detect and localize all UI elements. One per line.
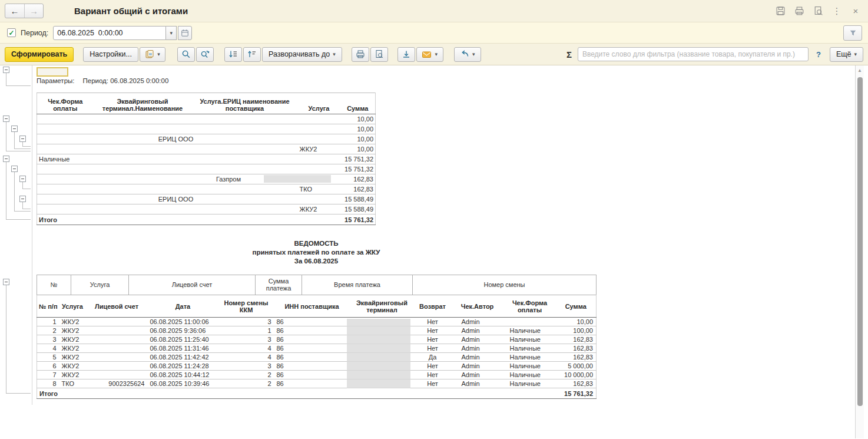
printer-icon <box>794 6 804 16</box>
expand-to-label: Разворачивать до <box>269 50 330 58</box>
generate-button[interactable]: Сформировать <box>5 47 74 62</box>
group-toggle[interactable] <box>3 115 9 122</box>
group-toggle[interactable] <box>3 156 9 162</box>
group-header: Сумма платежа <box>256 275 302 295</box>
sum-indicator: Σ <box>566 49 572 60</box>
summary-row[interactable]: Наличные15 751,32 <box>37 154 376 164</box>
tree-line <box>22 209 31 209</box>
statement-row[interactable]: 6ЖКУ206.08.2025 11:24:28386НетAdminНалич… <box>37 362 597 371</box>
col-header: Чек.Форма оплаты <box>37 93 94 114</box>
back-button[interactable]: ← <box>5 4 24 18</box>
chevron-down-icon: ▾ <box>333 51 336 57</box>
more-button[interactable]: Ещё ▾ <box>830 47 863 62</box>
summary-row[interactable]: ЖКУ215 588,49 <box>37 204 376 214</box>
report-area: Параметры:Период: 06.08.2025 0:00:00 Чек… <box>0 65 868 438</box>
summary-total-row[interactable]: Итого15 761,32 <box>37 214 376 225</box>
col-header: Услуга <box>298 93 340 114</box>
vertical-scrollbar[interactable]: ▲ <box>855 65 864 438</box>
search-next-button[interactable] <box>196 47 214 62</box>
filter-input[interactable] <box>578 47 809 61</box>
statement-total-row[interactable]: Итого15 761,32 <box>37 388 597 399</box>
report-variants-button[interactable]: ▾ <box>140 47 165 62</box>
col-header: Эквайринговый терминал <box>350 295 415 318</box>
group-toggle[interactable] <box>11 126 18 132</box>
active-cell-cursor[interactable] <box>37 67 68 77</box>
period-checkbox[interactable]: ✓ <box>7 28 16 37</box>
scroll-up-arrow[interactable]: ▲ <box>857 68 862 73</box>
col-header: Услуга.ЕРИЦ наименование поставщика <box>192 93 298 114</box>
tree-line <box>6 151 31 151</box>
total-label: Итого <box>37 388 148 399</box>
col-header: Услуга <box>59 295 86 318</box>
summary-table: Чек.Форма оплаты Эквайринговый терминал.… <box>37 93 376 225</box>
statement-title: ВЕДОМОСТЬ принятых платежей по оплате за… <box>37 239 596 266</box>
doc-magnifier-icon <box>375 49 384 59</box>
tree-line <box>6 73 6 85</box>
group-toggle[interactable] <box>19 196 26 202</box>
calendar-icon <box>181 29 189 37</box>
tree-line <box>6 122 6 151</box>
back-arrow-icon: ← <box>11 6 19 16</box>
send-email-button[interactable]: ▾ <box>416 47 443 62</box>
expand-icon <box>247 49 257 59</box>
printer-icon <box>356 49 365 59</box>
summary-row[interactable]: 10,00 <box>37 114 376 124</box>
scrollbar-thumb[interactable] <box>857 77 863 406</box>
total-value: 15 761,32 <box>556 388 597 399</box>
reply-arrow-icon <box>460 49 469 59</box>
save-button[interactable] <box>774 5 787 18</box>
group-toggle[interactable] <box>3 67 9 73</box>
settings-button[interactable]: Настройки... <box>83 47 138 62</box>
toolbar-print-button[interactable] <box>352 47 369 62</box>
page-title: Вариант общий с итогами <box>74 6 188 16</box>
group-toggle[interactable] <box>19 136 26 142</box>
tree-line <box>22 189 31 189</box>
col-header: Эквайринговый терминал.Наименование <box>94 93 192 114</box>
summary-row[interactable]: ЖКУ210,00 <box>37 144 376 154</box>
close-button[interactable]: × <box>849 5 862 18</box>
variant-icon <box>145 49 154 59</box>
period-input[interactable] <box>53 26 166 40</box>
tree-line <box>14 148 31 149</box>
expand-groups-button[interactable] <box>243 47 261 62</box>
check-icon: ✓ <box>8 29 14 37</box>
group-toggle[interactable] <box>19 176 26 182</box>
statement-row[interactable]: 4ЖКУ206.08.2025 11:31:46486НетAdminНалич… <box>37 344 597 353</box>
summary-row[interactable]: ЕРИЦ ООО15 588,49 <box>37 194 376 204</box>
print-preview-button[interactable] <box>370 47 388 62</box>
col-header: Возврат <box>415 295 451 318</box>
summary-row[interactable]: 10,00 <box>37 124 376 134</box>
statement-row[interactable]: 7ЖКУ206.08.2025 10:44:12286НетAdminНалич… <box>37 371 597 379</box>
summary-row[interactable]: 15 751,32 <box>37 164 376 174</box>
period-calendar-button[interactable] <box>178 26 192 40</box>
search-button[interactable] <box>177 47 195 62</box>
chevron-down-icon: ▾ <box>170 30 173 36</box>
summary-row[interactable]: ТКО162,83 <box>37 184 376 194</box>
download-icon <box>402 49 411 59</box>
window-menu-button[interactable]: ⋮ <box>830 5 843 18</box>
statement-row[interactable]: 8ТКО900232562406.08.2025 10:39:46286НетA… <box>37 379 597 388</box>
parameters-label: Параметры: <box>37 77 75 84</box>
group-toggle[interactable] <box>3 279 9 285</box>
collapse-groups-button[interactable] <box>224 47 242 62</box>
statement-row[interactable]: 5ЖКУ206.08.2025 11:42:42486ДаAdminНаличн… <box>37 353 597 362</box>
summary-row[interactable]: ЕРИЦ ООО10,00 <box>37 134 376 144</box>
quick-filter-button[interactable] <box>843 25 862 41</box>
group-toggle[interactable] <box>11 166 18 172</box>
close-icon: × <box>853 6 859 16</box>
statement-table: № п/п Услуга Лицевой счет Дата Номер сме… <box>37 295 597 399</box>
forward-button[interactable]: → <box>24 4 43 18</box>
tree-line <box>6 285 6 393</box>
more-label: Ещё <box>836 50 852 58</box>
statement-row[interactable]: 2ЖКУ206.08.2025 9:36:06186НетAdminНаличн… <box>37 326 597 335</box>
expand-to-button[interactable]: Разворачивать до ▾ <box>262 47 342 62</box>
save-to-file-button[interactable] <box>397 47 415 62</box>
print-button[interactable] <box>793 5 806 18</box>
get-link-button[interactable]: ▾ <box>454 47 481 62</box>
help-button[interactable]: ? <box>812 47 825 61</box>
statement-row[interactable]: 3ЖКУ206.08.2025 11:25:40386НетAdminНалич… <box>37 335 597 344</box>
preview-button[interactable] <box>811 5 824 18</box>
statement-row[interactable]: 1ЖКУ206.08.2025 11:00:06386НетAdmin10,00 <box>37 318 597 326</box>
total-label: Итого <box>37 214 94 225</box>
period-dropdown-button[interactable]: ▾ <box>166 26 177 40</box>
